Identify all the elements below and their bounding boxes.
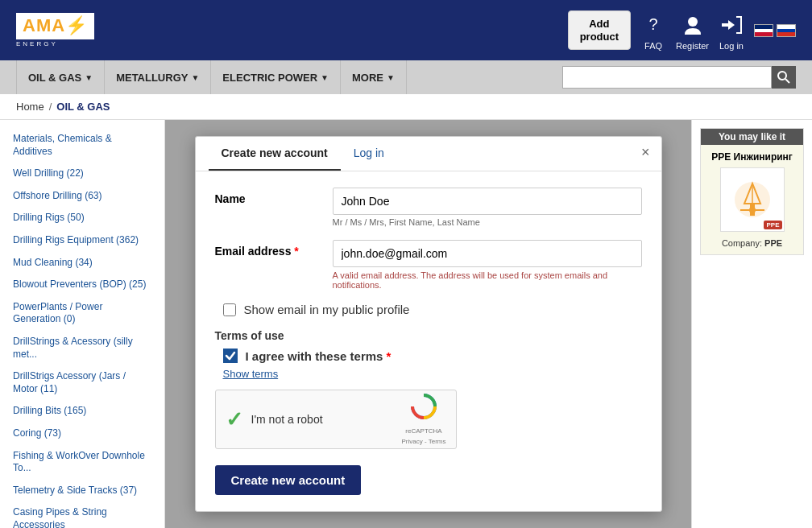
content-area: Create new account Log in × Name Mr / Ms… xyxy=(165,120,691,528)
recaptcha-logo-icon xyxy=(411,394,437,424)
logo-text: AMA xyxy=(23,15,65,35)
terms-title: Terms of use xyxy=(215,329,642,342)
search-button[interactable] xyxy=(772,66,796,89)
company-label: Company: xyxy=(722,238,762,248)
logo-lightning: ⚡ xyxy=(65,15,88,35)
ppe-logo[interactable]: PPE xyxy=(720,167,785,232)
email-field: A valid email address. The address will … xyxy=(333,240,642,290)
ppe-badge: PPE xyxy=(764,221,781,229)
question-icon: ? xyxy=(639,10,668,39)
chevron-down-icon: ▼ xyxy=(85,73,93,82)
register-label: Register xyxy=(676,41,709,51)
you-may-like-title: You may like it xyxy=(701,129,803,145)
header-actions: Add product ? FAQ Register Log in xyxy=(568,10,796,51)
tab-create-account[interactable]: Create new account xyxy=(209,137,341,171)
show-email-label[interactable]: Show email in my public profile xyxy=(244,303,410,316)
russian-flag[interactable] xyxy=(777,24,796,37)
checkmark-icon xyxy=(225,350,236,361)
create-account-modal: Create new account Log in × Name Mr / Ms… xyxy=(195,136,662,512)
sidebar-item-drillstrings[interactable]: DrillStrings & Acessory (silly met... xyxy=(0,331,164,365)
nav-item-more[interactable]: MORE ▼ xyxy=(341,60,407,94)
nav-item-metallurgy[interactable]: METALLURGY ▼ xyxy=(105,60,211,94)
sidebar-item-drilling-rigs-equipment[interactable]: Drilling Rigs Equipment (362) xyxy=(0,229,164,252)
chevron-down-icon: ▼ xyxy=(321,73,329,82)
modal-body: Name Mr / Ms / Mrs, First Name, Last Nam… xyxy=(196,171,661,511)
sidebar-item-drillstrigs[interactable]: DrillStrigs Acessory (Jars / Motor (11) xyxy=(0,365,164,400)
register-link[interactable]: Register xyxy=(676,10,709,51)
show-terms-link[interactable]: Show terms xyxy=(215,368,642,380)
site-header: AMA⚡ ENERGY Add product ? FAQ Register L… xyxy=(0,0,812,60)
email-label-text: Email address xyxy=(215,245,292,258)
breadcrumb: Home / OIL & GAS xyxy=(0,94,812,120)
sidebar-item-telemetry[interactable]: Telemetry & Side Tracks (37) xyxy=(0,480,164,502)
chevron-down-icon: ▼ xyxy=(191,73,199,82)
sidebar-item-drilling-rigs[interactable]: Drilling Rigs (50) xyxy=(0,207,164,229)
name-row: Name Mr / Ms / Mrs, First Name, Last Nam… xyxy=(215,188,642,227)
modal-close-button[interactable]: × xyxy=(641,145,650,159)
sidebar: Materials, Chemicals & Additives Well Dr… xyxy=(0,120,165,528)
logo[interactable]: AMA⚡ ENERGY xyxy=(16,13,94,47)
terms-section: Terms of use I agree with these terms * xyxy=(215,329,642,380)
logo-subtitle: ENERGY xyxy=(16,40,94,47)
sidebar-item-materials[interactable]: Materials, Chemicals & Additives xyxy=(0,128,164,163)
email-label: Email address * xyxy=(215,240,320,258)
you-may-like-widget: You may like it PPE Инжиниринг PPE Compa… xyxy=(700,128,804,255)
breadcrumb-separator: / xyxy=(49,101,52,113)
search-input[interactable] xyxy=(562,66,772,89)
recaptcha-brand-text: reCAPTCHA xyxy=(405,427,441,435)
email-required-marker: * xyxy=(294,245,298,258)
chevron-down-icon: ▼ xyxy=(387,73,395,82)
recaptcha-left: ✓ I'm not a robot xyxy=(226,407,323,432)
breadcrumb-current: OIL & GAS xyxy=(56,101,110,113)
register-icon xyxy=(678,10,707,39)
tab-login[interactable]: Log in xyxy=(341,137,397,171)
sidebar-item-casing[interactable]: Casing Pipes & String Accessories xyxy=(0,501,164,528)
faq-link[interactable]: ? FAQ xyxy=(639,10,668,51)
svg-point-1 xyxy=(778,72,786,80)
recaptcha-right: reCAPTCHA Privacy - Terms xyxy=(402,394,446,445)
show-email-checkbox[interactable] xyxy=(223,303,236,316)
modal-overlay: Create new account Log in × Name Mr / Ms… xyxy=(165,120,691,528)
email-input[interactable] xyxy=(333,240,642,267)
faq-label: FAQ xyxy=(644,41,662,51)
english-flag[interactable] xyxy=(754,24,773,37)
language-switcher[interactable] xyxy=(754,24,796,37)
sidebar-item-drilling-bits[interactable]: Drilling Bits (165) xyxy=(0,400,164,423)
terms-agree-row: I agree with these terms * xyxy=(215,349,642,363)
breadcrumb-home[interactable]: Home xyxy=(16,101,44,113)
create-account-button[interactable]: Create new account xyxy=(215,465,362,495)
terms-agree-label[interactable]: I agree with these terms * xyxy=(246,349,392,363)
svg-point-0 xyxy=(688,17,698,27)
nav-item-oil-gas[interactable]: OIL & GAS ▼ xyxy=(16,60,105,94)
nav-label-more: MORE xyxy=(352,72,383,84)
add-product-button[interactable]: Add product xyxy=(568,10,631,50)
recaptcha-links: Privacy - Terms xyxy=(402,438,446,445)
nav-label-oil-gas: OIL & GAS xyxy=(28,72,81,84)
ppe-oil-rig-icon xyxy=(732,179,773,220)
nav-item-electric-power[interactable]: ELECTRIC POWER ▼ xyxy=(211,60,341,94)
name-label: Name xyxy=(215,188,320,205)
svg-line-2 xyxy=(785,79,789,83)
sidebar-item-mud-cleaning[interactable]: Mud Cleaning (34) xyxy=(0,252,164,274)
main-layout: Materials, Chemicals & Additives Well Dr… xyxy=(0,120,812,528)
sidebar-item-powerplants[interactable]: PowerPlants / Power Generation (0) xyxy=(0,296,164,331)
terms-required-marker: * xyxy=(387,349,392,363)
name-field: Mr / Ms / Mrs, First Name, Last Name xyxy=(333,188,642,227)
logo-box: AMA⚡ xyxy=(16,13,94,39)
svg-point-8 xyxy=(749,207,756,213)
terms-agree-checkbox[interactable] xyxy=(223,349,238,363)
terms-agree-text: I agree with these terms xyxy=(246,349,383,363)
sidebar-item-well-drilling[interactable]: Well Drilling (22) xyxy=(0,163,164,185)
recaptcha-widget[interactable]: ✓ I'm not a robot xyxy=(215,390,457,449)
email-notice: A valid email address. The address will … xyxy=(333,270,642,290)
nav-label-metallurgy: METALLURGY xyxy=(116,72,188,84)
sidebar-item-fishing[interactable]: Fishing & WorkOver Downhole To... xyxy=(0,445,164,480)
show-email-row: Show email in my public profile xyxy=(215,303,642,316)
modal-tabs: Create new account Log in × xyxy=(196,137,661,171)
sidebar-item-blowout[interactable]: Blowout Preventers (BOP) (25) xyxy=(0,274,164,296)
name-input[interactable] xyxy=(333,188,642,215)
login-link[interactable]: Log in xyxy=(717,10,746,51)
sidebar-item-coring[interactable]: Coring (73) xyxy=(0,423,164,445)
recaptcha-checkmark: ✓ xyxy=(226,407,243,432)
sidebar-item-offshore-drilling[interactable]: Offshore Drilling (63) xyxy=(0,185,164,208)
